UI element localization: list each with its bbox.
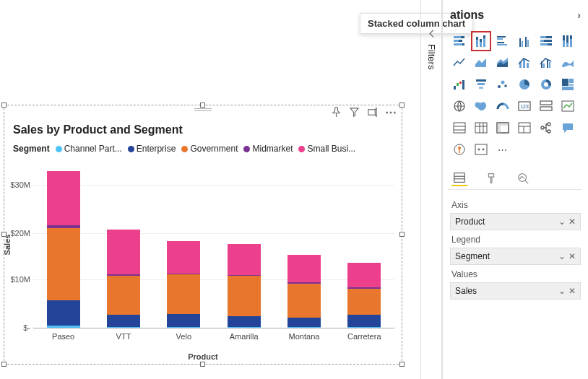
hundred-pct-column-icon[interactable]: [558, 32, 577, 51]
bar-segment[interactable]: [347, 327, 381, 328]
bar-segment[interactable]: [287, 255, 321, 282]
bar-segment[interactable]: [47, 228, 80, 300]
remove-field-icon[interactable]: ✕: [568, 217, 576, 227]
resize-handle[interactable]: [200, 362, 205, 367]
resize-handle[interactable]: [1, 362, 7, 367]
filled-map-icon[interactable]: [472, 97, 490, 116]
bar-segment[interactable]: [347, 263, 381, 287]
chevron-right-icon[interactable]: ›: [577, 9, 581, 21]
scatter-chart-icon[interactable]: [493, 75, 512, 94]
clustered-bar-chart-icon[interactable]: [493, 32, 512, 51]
waterfall-chart-icon[interactable]: [450, 75, 469, 94]
bar-segment[interactable]: [228, 327, 261, 328]
funnel-chart-icon[interactable]: [472, 75, 490, 94]
axis-field-well[interactable]: Product ⌄✕: [450, 213, 581, 230]
bar-segment[interactable]: [47, 326, 80, 328]
resize-handle[interactable]: [399, 103, 405, 108]
clustered-column-chart-icon[interactable]: [515, 32, 534, 51]
bar-segment[interactable]: [107, 327, 140, 328]
bar-segment[interactable]: [287, 318, 321, 327]
hundred-pct-bar-icon[interactable]: [537, 32, 555, 51]
line-stacked-column-icon[interactable]: [515, 53, 534, 72]
bar-segment[interactable]: [107, 230, 140, 274]
bar-segment[interactable]: [167, 274, 200, 314]
bar-column[interactable]: VTT: [102, 162, 145, 328]
bar-column[interactable]: Montana: [282, 162, 326, 328]
multi-row-card-icon[interactable]: [537, 97, 555, 116]
slicer-icon[interactable]: [450, 118, 469, 137]
svg-point-82: [548, 123, 550, 126]
gauge-chart-icon[interactable]: [493, 97, 512, 116]
svg-rect-33: [570, 35, 572, 39]
bar-column[interactable]: Paseo: [42, 162, 85, 328]
remove-field-icon[interactable]: ✕: [568, 251, 576, 261]
bar-segment[interactable]: [287, 327, 321, 328]
donut-chart-icon[interactable]: [537, 75, 555, 94]
chevron-down-icon[interactable]: ⌄: [558, 251, 566, 261]
bar-segment[interactable]: [347, 315, 381, 326]
remove-field-icon[interactable]: ✕: [568, 286, 576, 296]
pin-icon[interactable]: [331, 107, 342, 121]
bar-column[interactable]: Velo: [162, 162, 205, 328]
bar-segment[interactable]: [167, 327, 200, 328]
svg-line-93: [525, 180, 529, 184]
bar-segment[interactable]: [107, 276, 140, 315]
card-icon[interactable]: 123: [515, 97, 534, 116]
svg-rect-2: [454, 36, 461, 38]
drag-grip-icon[interactable]: [194, 108, 212, 111]
svg-rect-43: [549, 62, 550, 68]
resize-handle[interactable]: [399, 362, 405, 367]
python-visual-icon[interactable]: [472, 140, 490, 159]
pie-chart-icon[interactable]: [515, 75, 534, 94]
treemap-chart-icon[interactable]: [558, 75, 577, 94]
chevron-down-icon[interactable]: ⌄: [558, 286, 566, 296]
chevron-down-icon[interactable]: ⌄: [558, 217, 566, 227]
bar-segment[interactable]: [287, 284, 321, 318]
map-icon[interactable]: [450, 97, 469, 116]
matrix-icon[interactable]: [493, 118, 512, 137]
format-tab[interactable]: [483, 170, 499, 186]
chart-legend: Segment Channel Part... Enterprise Gover…: [13, 144, 392, 154]
x-axis-label: Product: [188, 352, 218, 361]
values-field-well[interactable]: Sales ⌄✕: [450, 282, 581, 300]
line-chart-icon[interactable]: [450, 53, 469, 72]
bar-segment[interactable]: [228, 316, 261, 327]
area-chart-icon[interactable]: [472, 53, 490, 72]
fields-tab[interactable]: [451, 170, 467, 186]
filter-icon[interactable]: [349, 107, 360, 121]
resize-handle[interactable]: [399, 232, 405, 237]
focus-mode-icon[interactable]: [367, 107, 378, 121]
ribbon-chart-icon[interactable]: [558, 53, 577, 72]
qa-visual-icon[interactable]: [558, 118, 577, 137]
r-visual-icon[interactable]: [515, 118, 534, 137]
table-icon[interactable]: [472, 118, 490, 137]
bar-segment[interactable]: [47, 300, 80, 326]
bar-segment[interactable]: [167, 314, 200, 327]
svg-rect-65: [540, 107, 552, 110]
bar-segment[interactable]: [228, 244, 261, 275]
bar-segment[interactable]: [107, 315, 140, 326]
bar-segment[interactable]: [228, 276, 261, 316]
arcgis-map-icon[interactable]: [450, 140, 469, 159]
filters-pane-collapsed[interactable]: Filters: [420, 0, 442, 379]
bar-segment[interactable]: [347, 289, 381, 315]
line-clustered-column-icon[interactable]: [537, 53, 555, 72]
analytics-tab[interactable]: [515, 170, 531, 186]
svg-point-52: [501, 81, 505, 84]
bar-column[interactable]: Amarilla: [222, 162, 266, 328]
stacked-column-chart-icon[interactable]: [472, 32, 490, 51]
bar-segment[interactable]: [47, 171, 80, 225]
resize-handle[interactable]: [1, 103, 7, 108]
legend-field-well[interactable]: Segment ⌄✕: [450, 248, 581, 265]
stacked-area-chart-icon[interactable]: [493, 53, 512, 72]
svg-rect-45: [457, 83, 459, 86]
stacked-bar-chart-icon[interactable]: [450, 32, 469, 51]
bar-column[interactable]: Carretera: [342, 162, 386, 328]
resize-handle[interactable]: [200, 103, 205, 108]
decomposition-tree-icon[interactable]: [537, 118, 555, 137]
kpi-icon[interactable]: [558, 97, 577, 116]
more-options-icon[interactable]: ⋯: [385, 105, 397, 119]
more-visuals-icon[interactable]: ⋯: [493, 140, 512, 159]
bar-segment[interactable]: [167, 241, 200, 274]
chart-visual-container[interactable]: ⋯ Sales by Product and Segment Segment C…: [4, 105, 402, 365]
